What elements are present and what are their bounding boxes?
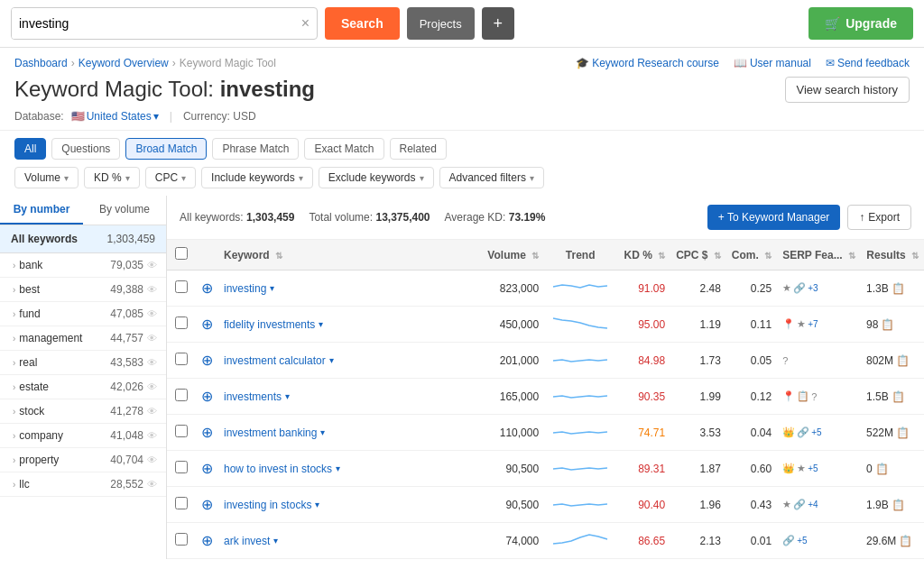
sidebar-item[interactable]: › fund 47,085 👁 — [0, 302, 166, 326]
tab-related[interactable]: Related — [390, 138, 447, 160]
row-com-cell: 0.11 — [726, 307, 777, 343]
keyword-link[interactable]: investing ▾ — [224, 282, 467, 295]
sidebar-all-keywords-row[interactable]: All keywords 1,303,459 — [0, 225, 166, 253]
row-checkbox[interactable] — [175, 389, 188, 401]
clear-search-button[interactable]: × — [294, 15, 317, 32]
table-row: ⊕ fidelity investments ▾ 450,000 95.00 1… — [167, 307, 924, 343]
add-keyword-button[interactable]: ⊕ — [201, 496, 213, 513]
database-country-selector[interactable]: 🇺🇸 United States ▾ — [71, 110, 159, 123]
eye-icon[interactable]: 👁 — [147, 430, 157, 441]
tab-exact-match[interactable]: Exact Match — [304, 138, 383, 160]
search-input[interactable] — [12, 8, 294, 39]
cpc-filter[interactable]: CPC ▾ — [145, 167, 196, 188]
copy-icon[interactable]: 📋 — [899, 535, 912, 547]
add-keyword-button[interactable]: ⊕ — [201, 460, 213, 477]
add-keyword-button[interactable]: ⊕ — [201, 388, 213, 405]
row-checkbox[interactable] — [175, 461, 188, 473]
add-keyword-button[interactable]: ⊕ — [201, 424, 213, 441]
export-button[interactable]: ↑ Export — [847, 205, 911, 230]
breadcrumb-keyword-overview[interactable]: Keyword Overview — [79, 57, 169, 69]
copy-icon[interactable]: 📋 — [892, 499, 905, 511]
eye-icon[interactable]: 👁 — [147, 479, 157, 490]
sidebar-item[interactable]: › stock 41,278 👁 — [0, 399, 166, 424]
include-keywords-filter[interactable]: Include keywords ▾ — [201, 167, 313, 188]
send-feedback-link[interactable]: ✉ Send feedback — [826, 57, 910, 69]
row-checkbox[interactable] — [175, 533, 188, 546]
keyword-link[interactable]: investments ▾ — [224, 390, 467, 403]
eye-icon[interactable]: 👁 — [147, 333, 157, 344]
keyword-manager-button[interactable]: + To Keyword Manager — [707, 205, 841, 230]
row-checkbox[interactable] — [175, 425, 188, 437]
keyword-link[interactable]: investing in stocks ▾ — [224, 499, 467, 511]
sidebar-item[interactable]: › llc 28,552 👁 — [0, 472, 166, 497]
feedback-icon: ✉ — [826, 57, 835, 69]
upgrade-button[interactable]: 🛒 Upgrade — [808, 7, 913, 40]
advanced-filters[interactable]: Advanced filters ▾ — [439, 167, 544, 188]
keyword-research-course-link[interactable]: 🎓 Keyword Research course — [576, 57, 719, 69]
eye-icon[interactable]: 👁 — [147, 381, 157, 392]
copy-icon[interactable]: 📋 — [881, 318, 894, 331]
serp-icons: 👑🔗+5 — [782, 426, 855, 438]
row-checkbox[interactable] — [175, 280, 188, 293]
row-checkbox[interactable] — [175, 497, 188, 509]
sidebar-item[interactable]: › company 41,048 👁 — [0, 424, 166, 448]
sidebar-item[interactable]: › management 44,757 👁 — [0, 326, 166, 351]
sidebar-item[interactable]: › bank 79,035 👁 — [0, 253, 166, 278]
row-checkbox[interactable] — [175, 316, 188, 329]
sidebar-item[interactable]: › real 43,583 👁 — [0, 351, 166, 375]
copy-icon[interactable]: 📋 — [892, 282, 905, 295]
keyword-link[interactable]: how to invest in stocks ▾ — [224, 463, 467, 475]
keyword-link[interactable]: investment calculator ▾ — [224, 354, 467, 367]
exclude-keywords-filter[interactable]: Exclude keywords ▾ — [319, 167, 434, 188]
add-keyword-button[interactable]: ⊕ — [201, 352, 213, 369]
keyword-link[interactable]: fidelity investments ▾ — [224, 318, 467, 331]
th-results[interactable]: Results ⇅ — [861, 240, 924, 271]
eye-icon[interactable]: 👁 — [147, 406, 157, 417]
th-volume[interactable]: Volume ⇅ — [472, 240, 544, 271]
breadcrumb-dashboard[interactable]: Dashboard — [14, 57, 68, 69]
add-keyword-button[interactable]: ⊕ — [201, 280, 213, 297]
th-keyword[interactable]: Keyword ⇅ — [218, 240, 472, 271]
th-kd[interactable]: KD % ⇅ — [616, 240, 670, 271]
th-com[interactable]: Com. ⇅ — [726, 240, 777, 271]
row-cpc-cell: 1.96 — [670, 487, 726, 523]
add-keyword-button[interactable]: ⊕ — [201, 532, 213, 549]
copy-icon[interactable]: 📋 — [875, 463, 889, 475]
th-serp[interactable]: SERP Fea... ⇅ — [777, 240, 861, 271]
user-manual-link[interactable]: 📖 User manual — [734, 57, 811, 69]
copy-icon[interactable]: 📋 — [896, 426, 910, 439]
sidebar-item[interactable]: › estate 42,026 👁 — [0, 375, 166, 399]
keyword-link[interactable]: investment banking ▾ — [224, 426, 467, 439]
projects-button[interactable]: Projects — [407, 7, 475, 40]
add-project-button[interactable]: + — [482, 7, 514, 40]
tab-phrase-match[interactable]: Phrase Match — [212, 138, 299, 160]
copy-icon[interactable]: 📋 — [892, 390, 905, 403]
search-button[interactable]: Search — [325, 7, 400, 40]
manual-icon: 📖 — [734, 57, 747, 69]
th-cpc[interactable]: CPC $ ⇅ — [670, 240, 726, 271]
sidebar-tab-by-number[interactable]: By number — [0, 196, 83, 225]
eye-icon[interactable]: 👁 — [147, 284, 157, 295]
keyword-link[interactable]: ark invest ▾ — [224, 535, 467, 547]
eye-icon[interactable]: 👁 — [147, 357, 157, 368]
eye-icon[interactable]: 👁 — [147, 454, 157, 465]
tab-questions[interactable]: Questions — [51, 138, 120, 160]
tab-all[interactable]: All — [14, 138, 46, 160]
eye-icon[interactable]: 👁 — [147, 260, 157, 271]
view-history-button[interactable]: View search history — [785, 77, 910, 103]
volume-filter[interactable]: Volume ▾ — [14, 167, 79, 188]
sidebar-item[interactable]: › property 40,704 👁 — [0, 448, 166, 472]
copy-icon[interactable]: 📋 — [896, 354, 910, 367]
row-serp-cell: 📍★+7 — [777, 307, 861, 343]
tab-broad-match[interactable]: Broad Match — [125, 138, 207, 160]
row-results: 802M — [866, 354, 893, 367]
eye-icon[interactable]: 👁 — [147, 308, 157, 319]
sidebar-tab-by-volume[interactable]: By volume — [83, 196, 166, 225]
add-keyword-button[interactable]: ⊕ — [201, 316, 213, 333]
sidebar-item-chevron-icon: › — [13, 261, 15, 271]
kd-filter[interactable]: KD % ▾ — [84, 167, 140, 188]
row-checkbox[interactable] — [175, 353, 188, 365]
sidebar-item[interactable]: › best 49,388 👁 — [0, 278, 166, 302]
select-all-checkbox[interactable] — [175, 247, 188, 260]
row-volume: 90,500 — [505, 499, 539, 511]
